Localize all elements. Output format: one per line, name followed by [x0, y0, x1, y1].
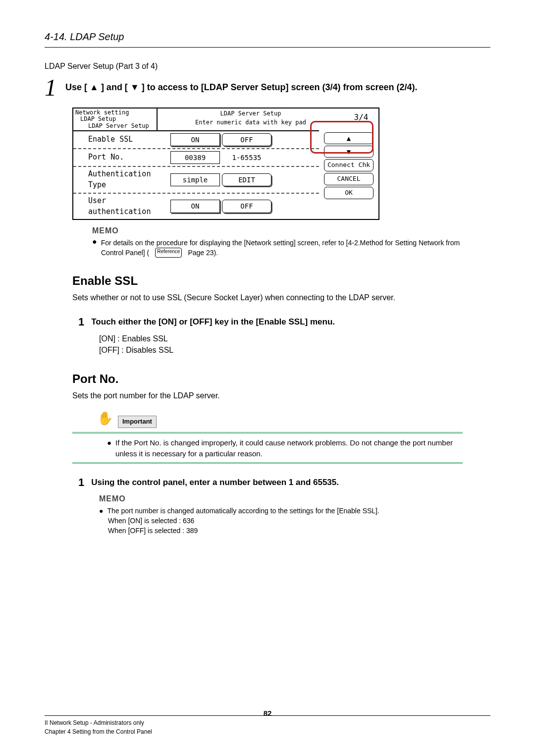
screenshot-side: ▲ ▼ Connect Chk CANCEL OK: [319, 130, 378, 219]
on-button[interactable]: ON: [170, 200, 220, 213]
step-1: 1 Use [ ▲ ] and [ ▼ ] to access to [LDAP…: [45, 76, 490, 100]
memo-label: MEMO: [92, 225, 490, 236]
important-rule-bottom: [72, 462, 463, 464]
screenshot-title: LDAP Server Setup: [160, 109, 342, 118]
port-step: 1 Using the control panel, enter a numbe…: [78, 475, 490, 490]
step-number: 1: [45, 76, 56, 100]
memo-line2a: Control Panel] (: [101, 248, 149, 258]
step-text: Using the control panel, enter a number …: [91, 475, 339, 490]
port-no-desc: Sets the port number for the LDAP server…: [72, 390, 490, 401]
step-text-pre: Use [: [65, 82, 87, 92]
memo-label-2: MEMO: [99, 493, 490, 504]
connect-chk-button[interactable]: Connect Chk: [324, 159, 374, 171]
row-label: User authentication: [76, 196, 170, 217]
scroll-down-button[interactable]: ▼: [324, 146, 374, 158]
step-text-mid: ] and [: [101, 82, 128, 92]
port-memo-line: The port number is changed automatically…: [107, 506, 379, 516]
step-text-post: ] to access to [LDAP Server Setup] scree…: [142, 82, 418, 92]
row-label: Authentication Type: [76, 169, 170, 191]
step-number: 1: [78, 314, 84, 330]
memo-line1: For details on the procedure for display…: [101, 238, 460, 248]
screenshot-subtitle: Enter numeric data with key pad: [160, 118, 342, 127]
ldap-screenshot: Network setting LDAP Setup LDAP Server S…: [72, 108, 379, 220]
row-label: Enable SSL: [76, 134, 170, 145]
screenshot-header: Network setting LDAP Setup LDAP Server S…: [73, 108, 378, 130]
enable-ssl-step: 1 Touch either the [ON] or [OFF] key in …: [78, 314, 490, 330]
row-user-auth: User authentication ON OFF: [73, 193, 319, 219]
footer-line1: II Network Setup - Administrators only: [45, 719, 490, 727]
screenshot-rows: Enable SSL ON OFF Port No. 00389 1-65535…: [73, 130, 319, 219]
step-number: 1: [78, 475, 84, 490]
important-label: Important: [118, 416, 157, 428]
row-port-no: Port No. 00389 1-65535: [73, 148, 319, 166]
memo-bullet: ● For details on the procedure for displ…: [92, 238, 490, 248]
off-button[interactable]: OFF: [222, 133, 271, 146]
step-text: Touch either the [ON] or [OFF] key in th…: [91, 314, 335, 330]
breadcrumb: Network setting LDAP Setup LDAP Server S…: [73, 108, 158, 130]
ok-button[interactable]: OK: [324, 187, 374, 199]
screenshot-page: 3/4: [344, 108, 378, 130]
on-desc: [ON] : Enables SSL: [99, 333, 490, 344]
scroll-up-button[interactable]: ▲: [324, 132, 374, 144]
important-text: ● If the Port No. is changed improperly,…: [107, 437, 463, 459]
when-off: When [OFF] is selected : 389: [108, 526, 490, 536]
row-label: Port No.: [76, 152, 170, 163]
port-memo-bullet: ● The port number is changed automatical…: [99, 506, 490, 516]
port-value[interactable]: 00389: [170, 151, 220, 164]
arrow-down-icon: ▼: [130, 82, 139, 92]
edit-button[interactable]: EDIT: [222, 173, 271, 186]
memo-line2: Control Panel] ( Reference Page 23).: [101, 248, 490, 258]
bullet-dot-icon: ●: [107, 437, 111, 459]
port-no-heading: Port No.: [72, 371, 490, 388]
arrow-up-icon: ▲: [90, 82, 99, 92]
auth-value: simple: [170, 173, 220, 186]
step-text: Use [ ▲ ] and [ ▼ ] to access to [LDAP S…: [65, 81, 418, 94]
intro-line: LDAP Server Setup (Part 3 of 4): [45, 60, 490, 72]
important-rule-top: [72, 432, 463, 433]
bullet-dot-icon: ●: [99, 506, 103, 516]
memo-line2b: Page 23).: [188, 248, 218, 258]
hand-icon: ✋: [97, 409, 113, 428]
page-number: 82: [45, 708, 490, 719]
port-range: 1-65535: [222, 152, 271, 163]
crumb-3: LDAP Server Setup: [88, 123, 155, 129]
off-desc: [OFF] : Disables SSL: [99, 344, 490, 356]
on-button[interactable]: ON: [170, 133, 220, 146]
section-header: 4-14. LDAP Setup: [45, 30, 490, 44]
crumb-2: LDAP Setup: [80, 116, 155, 122]
off-button[interactable]: OFF: [222, 200, 271, 213]
reference-badge: Reference: [155, 248, 182, 258]
row-enable-ssl: Enable SSL ON OFF: [73, 130, 319, 148]
when-on: When [ON] is selected : 636: [108, 516, 490, 526]
important-body: If the Port No. is changed improperly, i…: [115, 437, 463, 459]
enable-ssl-heading: Enable SSL: [72, 272, 490, 290]
page-footer: 82 II Network Setup - Administrators onl…: [45, 715, 490, 736]
row-auth-type: Authentication Type simple EDIT: [73, 166, 319, 193]
enable-ssl-desc: Sets whether or not to use SSL (Secure S…: [72, 292, 490, 303]
section-rule: [45, 47, 490, 48]
important-callout: ✋ Important: [97, 409, 490, 428]
screenshot-title-area: LDAP Server Setup Enter numeric data wit…: [158, 108, 344, 130]
bullet-dot-icon: ●: [92, 238, 97, 248]
cancel-button[interactable]: CANCEL: [324, 173, 374, 185]
footer-line2: Chapter 4 Setting from the Control Panel: [45, 728, 490, 736]
